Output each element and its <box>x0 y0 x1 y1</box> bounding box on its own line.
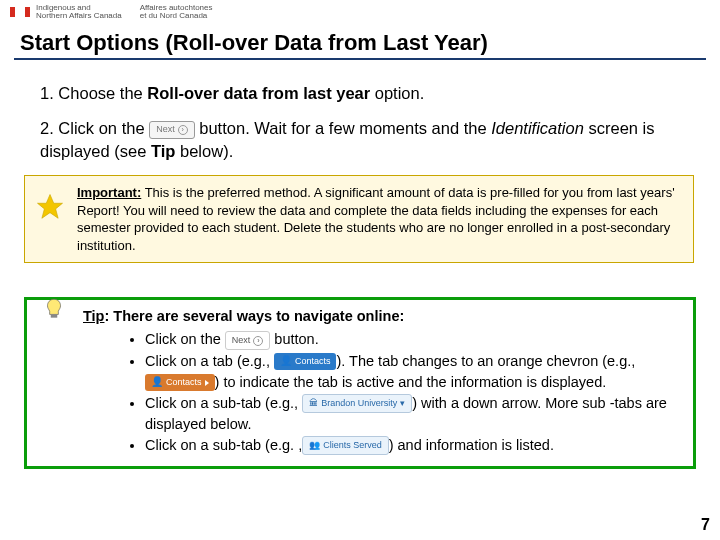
title-bar: Start Options (Roll-over Data from Last … <box>14 30 706 60</box>
people-icon: 👥 <box>309 439 320 452</box>
step-2-bold: Tip <box>151 142 175 160</box>
person-icon: 👤 <box>151 375 163 390</box>
tip-item-2: Click on a tab (e.g., 👤Contacts). The ta… <box>145 351 683 393</box>
arrow-icon: › <box>253 336 263 346</box>
lightbulb-icon <box>41 296 67 328</box>
step-2-num: 2. <box>40 119 58 137</box>
step-2-pre: Click on the <box>58 119 149 137</box>
step-1-num: 1. <box>40 84 58 102</box>
tip-list: Click on the Next› button. Click on a ta… <box>87 329 683 455</box>
tab-contacts[interactable]: 👤Contacts <box>274 353 337 370</box>
canada-flag-icon <box>10 7 30 17</box>
step-2-post1: button. Wait for a few moments and the <box>195 119 492 137</box>
svg-marker-0 <box>38 195 63 219</box>
tab-contacts-active[interactable]: 👤Contacts <box>145 374 215 391</box>
chevron-down-icon: ▾ <box>400 397 405 410</box>
gov-fr-2: et du Nord Canada <box>140 12 213 20</box>
step-2-post3: below). <box>175 142 233 160</box>
svg-rect-1 <box>51 315 58 318</box>
building-icon: 🏛 <box>309 397 318 410</box>
gov-en-2: Northern Affairs Canada <box>36 12 122 20</box>
person-icon: 👤 <box>280 354 292 369</box>
step-1-pre: Choose the <box>58 84 147 102</box>
tip-label: Tip <box>83 308 104 324</box>
chevron-right-icon <box>205 380 209 386</box>
next-button[interactable]: Next› <box>149 121 195 139</box>
gov-header: Indigenous and Northern Affairs Canada A… <box>0 0 720 24</box>
subtab-brandon[interactable]: 🏛Brandon University▾ <box>302 394 412 413</box>
step-2: 2. Click on the Next› button. Wait for a… <box>40 117 690 163</box>
tip-intro: : There are several ways to navigate onl… <box>104 308 404 324</box>
step-1-post: option. <box>370 84 424 102</box>
arrow-icon: › <box>178 125 188 135</box>
subtab-clients[interactable]: 👥Clients Served <box>302 436 389 455</box>
next-button-label: Next <box>156 123 175 136</box>
important-text: This is the preferred method. A signific… <box>77 185 675 253</box>
tip-item-4: Click on a sub-tab (e.g. ,👥Clients Serve… <box>145 435 683 456</box>
star-icon <box>35 192 65 227</box>
step-1-bold: Roll-over data from last year <box>147 84 370 102</box>
important-box: Important: This is the preferred method.… <box>24 175 694 263</box>
next-button-inline[interactable]: Next› <box>225 331 271 350</box>
step-2-ital: Identification <box>491 119 584 137</box>
tip-box: Tip: There are several ways to navigate … <box>24 297 696 468</box>
tip-item-3: Click on a sub-tab (e.g., 🏛Brandon Unive… <box>145 393 683 435</box>
step-1: 1. Choose the Roll-over data from last y… <box>40 82 690 105</box>
page-number: 7 <box>701 516 710 534</box>
tip-item-1: Click on the Next› button. <box>145 329 683 350</box>
page-title: Start Options (Roll-over Data from Last … <box>14 30 706 56</box>
important-label: Important: <box>77 185 141 200</box>
